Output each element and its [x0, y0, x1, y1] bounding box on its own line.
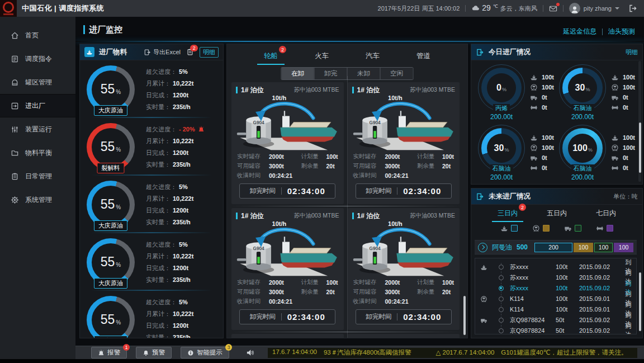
stat-label: 收满时间	[353, 298, 381, 305]
sidebar-item-unit-operation[interactable]: 装置运行	[0, 117, 75, 141]
smart-tips-badge: 3	[225, 344, 232, 351]
expand-icon[interactable]	[478, 243, 487, 252]
berth-cards-grid: 1# 泊位 苏中油003 MTBE 10t/h G904 实时罐存2000t 可…	[231, 82, 460, 338]
segment-truck: 100	[594, 243, 613, 252]
stat-value: 1200t	[173, 322, 188, 329]
material-name-tag: 大庆原油	[94, 336, 127, 339]
logout-button[interactable]	[628, 4, 637, 13]
alarm-button[interactable]: 报警 1	[91, 347, 127, 359]
stat-row: 实时量：235t/h	[146, 333, 217, 339]
material-donut: 55 % 大庆原油	[87, 296, 135, 339]
oil-head-forecast-link[interactable]: 油头预测	[608, 27, 635, 36]
subtab-unloaded[interactable]: 卸完	[314, 68, 347, 79]
messages-button[interactable]	[549, 4, 557, 13]
stat-label: 超欠进度：	[146, 183, 177, 191]
berth-card: 1# 泊位 苏中油003 MTBE	[231, 334, 344, 338]
unload-time-value: 02:34:00	[287, 312, 325, 322]
sidebar-item-tank-management[interactable]: 罐区管理	[0, 70, 75, 94]
material-percent-unit: %	[116, 262, 121, 268]
alert-ticker: 17.6.7 14:04:00 93＃汽油库存4800t高阈值报警 △ 2017…	[268, 348, 637, 358]
material-donut: 55 % 大庆原油	[87, 181, 135, 229]
user-menu[interactable]: pity zhang	[569, 3, 619, 14]
gauge-percent-unit: %	[585, 87, 590, 92]
berth-stats: 实时罐存2000t 可用罐容3000t 收满时间00:24:21 计划量100t…	[352, 279, 456, 305]
warning-button[interactable]: 预警	[136, 347, 172, 359]
berth-card-header: 1# 泊位 苏中油003 MTBE	[236, 336, 339, 338]
unload-time-box: 卸完时间 02:34:00	[239, 183, 335, 199]
row-radio[interactable]	[499, 328, 504, 333]
stat-value: 10,222t	[173, 80, 193, 87]
sidebar-item-dispatch-orders[interactable]: 调度指令	[0, 47, 75, 70]
stat-value: 3000t	[385, 163, 400, 169]
tank-stats: 实时罐存2000t 可用罐容3000t 收满时间00:24:21	[237, 153, 292, 180]
today-gauges-grid: 0 % 丙烯 200.00t 100t 100t 0t 0t	[473, 62, 636, 183]
stat-value: 5%	[179, 299, 188, 305]
sidebar-item-in-out-factory[interactable]: 进出厂	[0, 94, 75, 117]
arrival-row[interactable]: 苏xxxx 100t 2015.09.02 到达	[475, 269, 636, 280]
arrival-row[interactable]: 苏xxxx 100t 2015.09.02 到达	[475, 258, 636, 269]
tab-5-days[interactable]: 五日内	[546, 208, 568, 219]
arrival-row[interactable]: 京Q9878824 50t 2015.09.02 到达	[475, 312, 636, 322]
material-name-tag: 大庆原油	[94, 278, 127, 289]
sidebar-item-material-balance[interactable]: 物料平衡	[0, 141, 75, 164]
user-icon	[570, 5, 579, 14]
arrival-row[interactable]: K114 100t 2015.09.01 到达	[475, 301, 636, 312]
future-arrivals-panel: 未来进厂情况 单位：吨 三日内 2 五日内 七日内	[471, 188, 643, 338]
arrival-row[interactable]: K114 100t 2015.09.01 到达	[475, 290, 636, 301]
scrollbar-thumb[interactable]	[639, 272, 641, 331]
stat-value: 00:24:21	[385, 172, 409, 179]
sidebar-item-home[interactable]: 首页	[0, 23, 75, 47]
subtab-idle[interactable]: 空闲	[380, 68, 413, 79]
export-excel-button[interactable]: 导出Excel	[144, 48, 181, 56]
weather-widget: 29 ℃ 多云，东南风	[471, 4, 537, 13]
tab-pipeline[interactable]: 管道	[415, 50, 432, 63]
material-donut-center: 55 %	[92, 70, 130, 109]
stat-value: - 20%	[179, 126, 195, 133]
arrival-row-selected[interactable]: 苏xxxx 100t 2015.09.02 到达	[475, 280, 636, 290]
tab-7-days[interactable]: 七日内	[595, 208, 617, 219]
materials-detail-link[interactable]: 明细	[200, 47, 219, 58]
subtab-unloading[interactable]: 在卸	[282, 68, 314, 79]
sidebar-item-daily-management[interactable]: 日常管理	[0, 164, 75, 188]
transport-breakdown: 100t 100t 0t 0t	[611, 73, 635, 111]
unload-time-value: 02:34:00	[287, 186, 325, 196]
stat-row: 日完成：1200t	[146, 206, 217, 215]
arrival-date: 2015.09.02	[579, 327, 625, 334]
scrollbar-thumb[interactable]	[639, 122, 641, 173]
tab-truck[interactable]: 汽车	[364, 50, 381, 63]
ticker-text: G101罐温度40℃，超过上限报警，请关注。	[501, 348, 627, 357]
tab-3-days[interactable]: 三日内 2	[496, 208, 519, 219]
stat-value: 100t	[623, 84, 635, 91]
stat-value: 235t/h	[173, 219, 191, 225]
app-title: 中国石化 | 调度指挥系统	[22, 3, 104, 13]
stat-label: 日完成：	[146, 91, 171, 100]
tank-icon	[11, 78, 19, 87]
plan-stats: 计划量100t 剩余量20t	[417, 279, 454, 305]
smart-tips-button[interactable]: 智能提示 3	[181, 347, 229, 359]
scrollbar-thumb[interactable]	[463, 296, 466, 335]
tab-ship[interactable]: 轮船 2	[263, 50, 279, 63]
unload-time-label: 卸完时间	[250, 313, 276, 321]
gauge-material-name: 石脑油	[571, 104, 594, 112]
cloud-icon	[471, 4, 480, 12]
berth-card-header: 1# 泊位 苏中油003 MTBE	[352, 210, 456, 221]
arrival-row[interactable]: 京Q9878824 50t 2015.09.02 到达	[475, 322, 636, 333]
sidebar-item-system-management[interactable]: 系统管理	[0, 188, 75, 211]
subtab-not-unloaded[interactable]: 未卸	[347, 68, 380, 79]
divider	[281, 313, 282, 320]
today-detail-link[interactable]: 明细	[626, 48, 638, 56]
stat-value: 3000t	[269, 163, 284, 169]
gauge-percent-unit: %	[502, 87, 506, 92]
stat-label: 剩余量	[417, 288, 438, 296]
gauge-material-name: 丙烯	[493, 104, 510, 112]
delay-fee-link[interactable]: 延迟金信息	[563, 27, 596, 36]
stat-value: 1200t	[173, 207, 188, 214]
tab-train[interactable]: 火车	[314, 50, 330, 63]
notes-button[interactable]: 2	[186, 48, 194, 56]
divider	[397, 187, 397, 195]
stat-row: 100t	[530, 144, 554, 152]
berth-monitor-panel: 轮船 2 火车 汽车 管道 在卸 卸完 未卸 空闲 1# 泊位	[226, 44, 468, 338]
stat-value: 1200t	[173, 149, 188, 156]
stat-row: 0t	[530, 154, 554, 162]
speaker-icon[interactable]	[246, 348, 254, 357]
